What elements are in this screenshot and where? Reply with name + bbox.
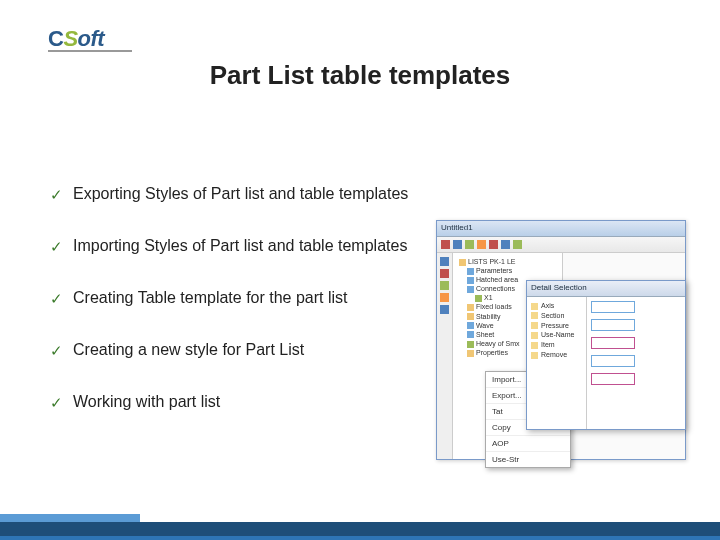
symbol-preview[interactable] bbox=[591, 355, 635, 367]
dialog-title: Detail Selection bbox=[527, 281, 685, 297]
dialog-body: Axis Section Pressure Use-Name Item Remo… bbox=[527, 297, 685, 429]
left-toolbar bbox=[437, 253, 453, 459]
list-item[interactable]: Pressure bbox=[531, 321, 582, 331]
dialog-preview bbox=[587, 297, 685, 429]
node-icon bbox=[467, 277, 474, 284]
page-title: Part List table templates bbox=[0, 60, 720, 91]
check-icon: ✓ bbox=[50, 289, 63, 309]
tree-label: Fixed loads bbox=[476, 303, 512, 310]
folder-icon bbox=[531, 352, 538, 359]
check-icon: ✓ bbox=[50, 237, 63, 257]
tree-label: Wave bbox=[476, 322, 494, 329]
toolbar-icon[interactable] bbox=[441, 240, 450, 249]
accent-bar bbox=[0, 514, 140, 522]
dialog-window: Detail Selection Axis Section Pressure U… bbox=[526, 280, 686, 430]
item-label: Pressure bbox=[541, 322, 569, 329]
list-item[interactable]: Use-Name bbox=[531, 330, 582, 340]
tree-label: Heavy of Smx bbox=[476, 340, 520, 347]
symbol-preview[interactable] bbox=[591, 319, 635, 331]
tool-icon[interactable] bbox=[440, 257, 449, 266]
check-icon: ✓ bbox=[50, 341, 63, 361]
logo-oft: oft bbox=[78, 26, 105, 51]
app-screenshot: Untitled1 LISTS PK-1 LE bbox=[436, 220, 696, 470]
folder-icon bbox=[531, 303, 538, 310]
list-item: ✓Working with part list bbox=[50, 393, 440, 413]
tree-label: Parameters bbox=[476, 267, 512, 274]
dialog-list: Axis Section Pressure Use-Name Item Remo… bbox=[527, 297, 587, 429]
list-item[interactable]: Item bbox=[531, 340, 582, 350]
check-icon: ✓ bbox=[50, 185, 63, 205]
list-item: ✓Importing Styles of Part list and table… bbox=[50, 237, 440, 257]
node-icon bbox=[467, 286, 474, 293]
bullet-text: Working with part list bbox=[73, 393, 220, 411]
list-item[interactable]: Axis bbox=[531, 301, 582, 311]
tree-label: Hatched area bbox=[476, 276, 518, 283]
tree-label: X1 bbox=[484, 294, 493, 301]
bullet-text: Exporting Styles of Part list and table … bbox=[73, 185, 408, 203]
node-icon bbox=[467, 341, 474, 348]
toolbar-icon[interactable] bbox=[513, 240, 522, 249]
menu-item[interactable]: AOP bbox=[486, 436, 570, 452]
list-item[interactable]: Remove bbox=[531, 350, 582, 360]
folder-icon bbox=[459, 259, 466, 266]
node-icon bbox=[467, 331, 474, 338]
logo: CSoft bbox=[48, 26, 104, 52]
node-icon bbox=[467, 313, 474, 320]
node-icon bbox=[475, 295, 482, 302]
node-icon bbox=[467, 268, 474, 275]
folder-icon bbox=[531, 342, 538, 349]
toolbar bbox=[437, 237, 685, 253]
tree-label: Connections bbox=[476, 285, 515, 292]
node-icon bbox=[467, 322, 474, 329]
logo-underline bbox=[48, 50, 132, 52]
footer-bar bbox=[0, 522, 720, 536]
symbol-preview[interactable] bbox=[591, 301, 635, 313]
bullet-text: Creating Table template for the part lis… bbox=[73, 289, 348, 307]
bullet-text: Creating a new style for Part List bbox=[73, 341, 304, 359]
bullet-list: ✓Exporting Styles of Part list and table… bbox=[50, 185, 440, 445]
item-label: Axis bbox=[541, 302, 554, 309]
logo-s: S bbox=[63, 26, 77, 51]
list-item: ✓Exporting Styles of Part list and table… bbox=[50, 185, 440, 205]
list-item: ✓Creating Table template for the part li… bbox=[50, 289, 440, 309]
tree-item[interactable]: LISTS PK-1 LE bbox=[457, 257, 558, 266]
tool-icon[interactable] bbox=[440, 293, 449, 302]
item-label: Use-Name bbox=[541, 331, 574, 338]
item-label: Section bbox=[541, 312, 564, 319]
toolbar-icon[interactable] bbox=[477, 240, 486, 249]
toolbar-icon[interactable] bbox=[453, 240, 462, 249]
tool-icon[interactable] bbox=[440, 281, 449, 290]
node-icon bbox=[467, 304, 474, 311]
item-label: Item bbox=[541, 341, 555, 348]
tool-icon[interactable] bbox=[440, 305, 449, 314]
slide: CSoft Part List table templates ✓Exporti… bbox=[0, 0, 720, 540]
list-item[interactable]: Section bbox=[531, 311, 582, 321]
toolbar-icon[interactable] bbox=[489, 240, 498, 249]
tree-label: Properties bbox=[476, 349, 508, 356]
bullet-text: Importing Styles of Part list and table … bbox=[73, 237, 407, 255]
tree-label: LISTS PK-1 LE bbox=[468, 258, 515, 265]
node-icon bbox=[467, 350, 474, 357]
window-title: Untitled1 bbox=[437, 221, 685, 237]
toolbar-icon[interactable] bbox=[465, 240, 474, 249]
footer-bar-thin bbox=[0, 536, 720, 540]
symbol-preview[interactable] bbox=[591, 337, 635, 349]
symbol-preview[interactable] bbox=[591, 373, 635, 385]
logo-c: C bbox=[48, 26, 63, 51]
item-label: Remove bbox=[541, 351, 567, 358]
tool-icon[interactable] bbox=[440, 269, 449, 278]
list-item: ✓Creating a new style for Part List bbox=[50, 341, 440, 361]
check-icon: ✓ bbox=[50, 393, 63, 413]
tree-item[interactable]: Parameters bbox=[457, 266, 558, 275]
folder-icon bbox=[531, 322, 538, 329]
tree-label: Sheet bbox=[476, 331, 494, 338]
tree-label: Stability bbox=[476, 313, 501, 320]
folder-icon bbox=[531, 312, 538, 319]
toolbar-icon[interactable] bbox=[501, 240, 510, 249]
folder-icon bbox=[531, 332, 538, 339]
menu-item[interactable]: Use-Str bbox=[486, 452, 570, 467]
